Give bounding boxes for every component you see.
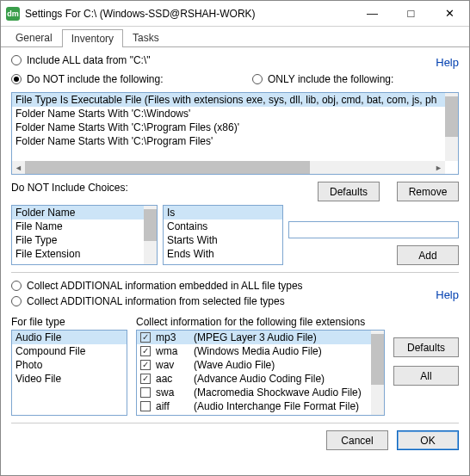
radio-only-include-label: ONLY include the following:: [268, 73, 393, 85]
extension-desc: (Advance Audio Coding File): [194, 373, 325, 385]
extension-desc: (Windows Media Audio File): [194, 345, 322, 357]
extension-row[interactable]: wav(Wave Audio File): [137, 358, 371, 372]
tab-strip: General Inventory Tasks: [1, 27, 469, 47]
choices-label: Do NOT Include Choices:: [11, 182, 312, 194]
choice-value-input[interactable]: [288, 221, 459, 238]
extension-row[interactable]: mp3(MPEG Layer 3 Audio File): [137, 331, 371, 344]
cancel-button[interactable]: Cancel: [326, 430, 388, 450]
scroll-right-icon[interactable]: ►: [432, 161, 445, 174]
list-item[interactable]: Photo: [12, 358, 127, 372]
radio-include-all[interactable]: [11, 55, 22, 65]
extension-checkbox[interactable]: [140, 387, 151, 398]
defaults-button[interactable]: Defaults: [318, 182, 380, 201]
extension-desc: (Macromedia Shockwave Audio File): [194, 386, 362, 399]
minimize-button[interactable]: —: [353, 1, 392, 27]
extension-row[interactable]: wma(Windows Media Audio File): [137, 344, 371, 358]
list-item[interactable]: File Extension: [12, 247, 157, 261]
add-button[interactable]: Add: [397, 245, 459, 265]
extension-checkbox[interactable]: [140, 332, 151, 343]
titlebar: dm Settings For C:\ (Windows-SSD@RSHAH-W…: [1, 1, 469, 27]
extension-checkbox[interactable]: [140, 346, 151, 356]
list-item[interactable]: Folder Name: [12, 206, 157, 219]
list-item[interactable]: File Name: [12, 219, 157, 233]
scrollbar-horizontal[interactable]: ◄ ►: [12, 161, 445, 174]
extension-desc: (MPEG Layer 3 Audio File): [194, 331, 317, 343]
remove-button[interactable]: Remove: [397, 182, 459, 201]
extension-checkbox[interactable]: [140, 374, 151, 384]
extension-row[interactable]: aiff(Audio Interchange File Format File): [137, 399, 371, 413]
choice-operator-list[interactable]: Is Contains Starts With Ends With: [163, 205, 283, 265]
ok-button[interactable]: OK: [397, 430, 459, 450]
separator: [11, 272, 459, 273]
list-item[interactable]: Compound File: [12, 344, 127, 358]
extension-checkbox[interactable]: [140, 360, 151, 370]
defaults-ext-button[interactable]: Defaults: [393, 337, 459, 357]
extension-ext: aiff: [156, 400, 189, 412]
extension-ext: wma: [156, 345, 189, 357]
extension-ext: swa: [156, 386, 189, 399]
window-title: Settings For C:\ (Windows-SSD@RSHAH-WORK…: [25, 8, 353, 20]
help-link-top[interactable]: Help: [436, 56, 459, 69]
list-item[interactable]: Audio File: [12, 331, 127, 344]
choice-field-list[interactable]: Folder Name File Name File Type File Ext…: [11, 205, 158, 265]
filetype-label: For file type: [11, 316, 127, 328]
separator: [11, 423, 459, 423]
extension-ext: wav: [156, 359, 189, 371]
tab-tasks[interactable]: Tasks: [123, 28, 169, 46]
extensions-list[interactable]: mp3(MPEG Layer 3 Audio File)wma(Windows …: [136, 330, 385, 416]
list-item[interactable]: Is: [164, 206, 282, 219]
extension-ext: mp3: [156, 331, 189, 343]
filter-item[interactable]: Folder Name Starts With 'C:\Program File…: [12, 134, 445, 148]
list-item[interactable]: Ends With: [164, 247, 282, 261]
help-link-bottom[interactable]: Help: [436, 288, 459, 301]
extension-desc: (Audio Interchange File Format File): [194, 400, 359, 412]
extensions-label: Collect information for the following fi…: [136, 316, 385, 328]
filter-item[interactable]: [12, 148, 445, 150]
all-button[interactable]: All: [393, 366, 459, 386]
filetype-list[interactable]: Audio File Compound File Photo Video Fil…: [11, 330, 127, 416]
filter-list[interactable]: File Type Is Executable File (Files with…: [11, 92, 459, 175]
app-icon: dm: [6, 7, 20, 21]
extension-desc: (Wave Audio File): [194, 359, 275, 371]
list-item[interactable]: Video File: [12, 372, 127, 386]
close-button[interactable]: ✕: [430, 1, 469, 27]
tab-general[interactable]: General: [6, 28, 62, 46]
radio-do-not-include-label: Do NOT include the following:: [27, 73, 164, 85]
extension-ext: aac: [156, 373, 189, 385]
radio-collect-selected[interactable]: [11, 296, 22, 306]
scrollbar-vertical[interactable]: [144, 206, 157, 264]
list-item[interactable]: Starts With: [164, 233, 282, 247]
scrollbar-vertical[interactable]: [445, 93, 458, 161]
scroll-left-icon[interactable]: ◄: [12, 161, 25, 174]
filter-item[interactable]: Folder Name Starts With 'C:\Program File…: [12, 121, 445, 134]
scrollbar-vertical[interactable]: [371, 331, 384, 415]
maximize-button[interactable]: □: [392, 1, 430, 27]
tab-inventory[interactable]: Inventory: [62, 29, 123, 47]
filter-item[interactable]: File Type Is Executable File (Files with…: [12, 93, 445, 107]
radio-do-not-include[interactable]: [11, 74, 22, 84]
radio-include-all-label: Include ALL data from "C:\": [27, 54, 150, 66]
extension-row[interactable]: aac(Advance Audio Coding File): [137, 372, 371, 386]
list-item[interactable]: File Type: [12, 233, 157, 247]
radio-collect-all[interactable]: [11, 281, 22, 291]
filter-item[interactable]: Folder Name Starts With 'C:\Windows': [12, 107, 445, 121]
list-item[interactable]: Contains: [164, 219, 282, 233]
radio-only-include[interactable]: [252, 74, 263, 84]
radio-collect-selected-label: Collect ADDITIONAL information from sele…: [27, 295, 285, 307]
radio-collect-all-label: Collect ADDITIONAL information embedded …: [27, 280, 303, 292]
extension-checkbox[interactable]: [140, 401, 151, 411]
extension-row[interactable]: swa(Macromedia Shockwave Audio File): [137, 386, 371, 399]
